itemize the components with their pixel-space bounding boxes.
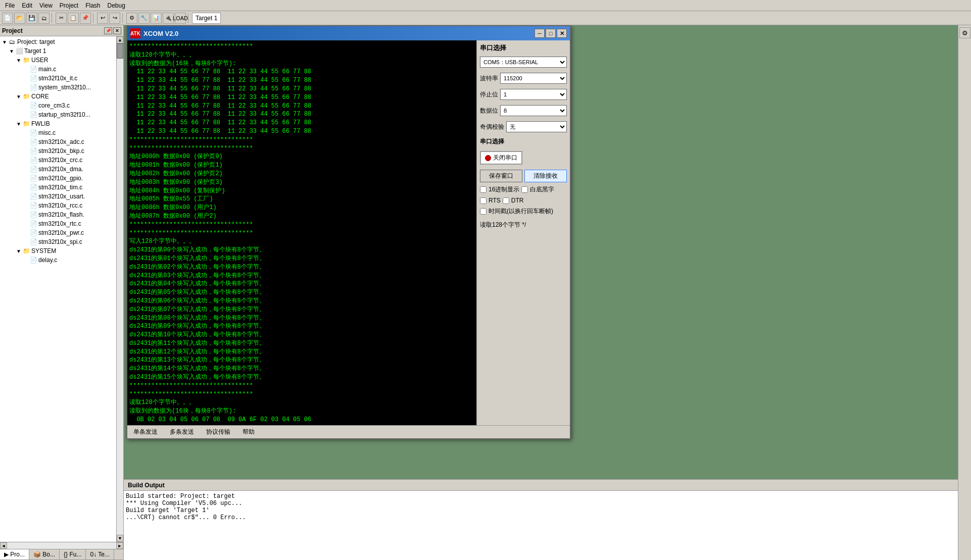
multi-send-btn[interactable]: 多条发送 [168,427,196,437]
close-port-btn[interactable]: 关闭串口 [480,151,522,165]
editor-area: ATK XCOM V2.0 ─ □ ✕ ********************… [124,25,958,479]
tree-item-21[interactable]: 📄stm32f10x_pwr.c [1,228,115,237]
tree-item-5[interactable]: 📄system_stm32f10... [1,83,115,92]
tab-templates[interactable]: 0↓ Te... [86,549,114,559]
scroll-up-btn[interactable]: ▲ [117,36,123,43]
terminal-line: 地址0087h 数据0x00 (用户2) [129,212,474,221]
build-output-line: Build started: Project: target [126,493,956,500]
tree-item-1[interactable]: ▼⬜Target 1 [1,46,115,56]
serial-port-row: COM5：USB-SERIAL [480,57,567,68]
terminal-line: ds2431的第10个块写入成功，每个块有8个字节。 [129,331,474,339]
port-action-row: 串口选择 [480,137,567,146]
xcom-maximize-btn[interactable]: □ [546,29,556,38]
tb-cut-btn[interactable]: ✂ [56,13,67,24]
build-output-content[interactable]: Build started: Project: target*** Using … [124,491,958,560]
tb-open-btn[interactable]: 📂 [14,13,25,24]
xcom-terminal[interactable]: **********************************读取128个… [127,40,476,425]
terminal-line: 地址0085h 数据0x55 (工厂) [129,195,474,203]
baudrate-label: 波特率 [480,74,498,83]
xcom-close-btn[interactable]: ✕ [557,29,567,38]
tab-functions[interactable]: {} Fu... [60,549,86,559]
serial-port-select[interactable]: COM5：USB-SERIAL [480,57,567,68]
menu-view[interactable]: View [36,1,56,10]
tb-btn2[interactable]: 🔧 [138,13,150,24]
tree-item-16[interactable]: 📄stm32f10x_tim.c [1,183,115,192]
save-window-btn[interactable]: 保存窗口 [480,170,522,182]
help-btn[interactable]: 帮助 [240,427,257,437]
tree-item-17[interactable]: 📄stm32f10x_usart. [1,192,115,201]
tree-item-10[interactable]: 📄misc.c [1,128,115,137]
tree-item-11[interactable]: 📄stm32f10x_adc.c [1,137,115,146]
tb-paste-btn[interactable]: 📌 [80,13,91,24]
tree-item-18[interactable]: 📄stm32f10x_rcc.c [1,201,115,210]
tb-target-label: Target 1 [192,13,221,24]
tree-item-24[interactable]: 📄delay.c [1,256,115,265]
dtr-checkbox[interactable] [503,197,509,204]
settings-icon-btn[interactable]: ⚙ [959,27,970,38]
protocol-send-btn[interactable]: 协议传输 [204,427,232,437]
tb-btn5[interactable]: LOAD [175,13,186,24]
tree-item-19[interactable]: 📄stm32f10x_flash. [1,210,115,219]
ide-window: File Edit View Project Flash Debug 📄 📂 💾… [0,0,971,560]
terminal-line: ds2431的第09个块写入成功，每个块有8个字节。 [129,322,474,331]
tree-item-23[interactable]: ▼📁SYSTEM [1,246,115,256]
hex-display-label: 16进制显示 [489,185,519,194]
scroll-thumb[interactable] [117,43,123,59]
tree-item-13[interactable]: 📄stm32f10x_crc.c [1,156,115,165]
tree-item-0[interactable]: ▼🗂Project: target [1,37,115,46]
terminal-line: ds2431的第14个块写入成功，每个块有8个字节。 [129,365,474,373]
tree-item-20[interactable]: 📄stm32f10x_rtc.c [1,219,115,228]
terminal-line: 11 22 33 44 55 66 77 88 11 22 33 44 55 6… [129,102,474,111]
hex-display-checkbox[interactable] [480,186,487,193]
terminal-line: ds2431的第11个块写入成功，每个块有8个字节。 [129,339,474,348]
parity-select[interactable]: 无 [506,121,567,132]
menu-project[interactable]: Project [57,1,81,10]
single-send-btn[interactable]: 单条发送 [131,427,160,437]
tree-item-12[interactable]: 📄stm32f10x_bkp.c [1,146,115,156]
tb-btn1[interactable]: ⚙ [126,13,137,24]
xcom-titlebar[interactable]: ATK XCOM V2.0 ─ □ ✕ [127,26,570,40]
tab-build[interactable]: 📦 Bo... [29,549,60,559]
tb-save-all-btn[interactable]: 🗂 [38,13,50,24]
panel-close-btn[interactable]: ✕ [113,27,121,34]
tree-item-9[interactable]: ▼📁FWLIB [1,119,115,128]
menu-edit[interactable]: Edit [19,1,35,10]
baudrate-select[interactable]: 115200 [500,73,567,84]
menu-flash[interactable]: Flash [82,1,103,10]
tree-item-3[interactable]: 📄main.c [1,65,115,74]
tab-project[interactable]: ▶ Pro... [0,549,29,559]
stop-bits-select[interactable]: 1 [500,89,567,100]
menu-debug[interactable]: Debug [105,1,128,10]
baudrate-row: 波特率 115200 [480,73,567,84]
tb-copy-btn[interactable]: 📋 [68,13,79,24]
tb-new-btn[interactable]: 📄 [2,13,13,24]
tree-item-2[interactable]: ▼📁USER [1,56,115,65]
rts-checkbox[interactable] [480,197,487,204]
tb-btn3[interactable]: 📊 [151,13,162,24]
comment-text: 读取128个字节 */ [480,221,567,229]
white-bg-checkbox[interactable] [521,186,528,193]
hscroll-left-btn[interactable]: ◄ [0,542,7,549]
tb-undo-btn[interactable]: ↩ [97,13,108,24]
tree-item-4[interactable]: 📄stm32f10x_it.c [1,74,115,83]
tb-save-btn[interactable]: 💾 [26,13,37,24]
tree-item-7[interactable]: 📄core_cm3.c [1,101,115,110]
far-right-panel: ⚙ [958,25,971,560]
tb-redo-btn[interactable]: ↪ [109,13,120,24]
time-stamp-checkbox[interactable] [480,208,487,215]
tb-btn4[interactable]: 🔌 [163,13,174,24]
tree-item-22[interactable]: 📄stm32f10x_spi.c [1,237,115,246]
data-bits-select[interactable]: 8 [500,105,567,116]
scroll-down-btn[interactable]: ▼ [117,535,123,542]
terminal-line: 写入128个字节中。。。 [129,237,474,246]
tree-item-6[interactable]: ▼📁CORE [1,92,115,101]
tree-item-15[interactable]: 📄stm32f10x_gpio. [1,174,115,183]
terminal-line: ********************************** [129,136,474,144]
hscroll-right-btn[interactable]: ► [116,542,123,549]
xcom-minimize-btn[interactable]: ─ [535,29,545,38]
clear-recv-btn[interactable]: 清除接收 [524,170,567,182]
tree-item-14[interactable]: 📄stm32f10x_dma. [1,165,115,174]
panel-pin-btn[interactable]: 📌 [104,27,112,34]
tree-item-8[interactable]: 📄startup_stm32f10... [1,110,115,119]
menu-file[interactable]: File [2,1,18,10]
